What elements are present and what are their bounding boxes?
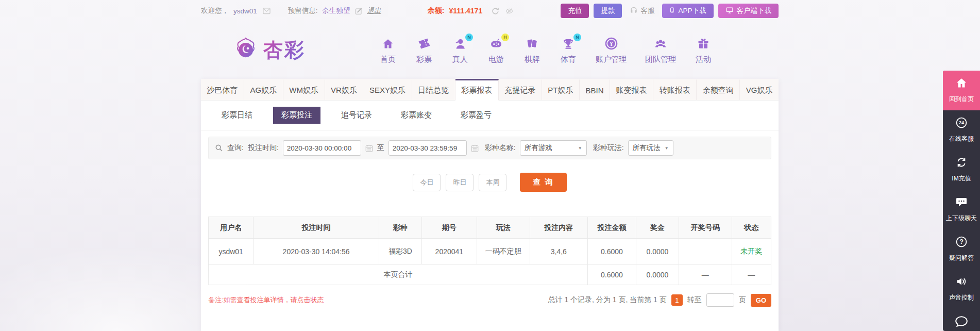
nav-item-board[interactable]: 棋牌 xyxy=(523,37,541,64)
tab-7[interactable]: 充提记录 xyxy=(499,79,542,101)
sidebar-item-label: 回到首页 xyxy=(949,95,974,104)
tab-13[interactable]: VG娱乐 xyxy=(740,79,779,101)
app-download-button[interactable]: APP下载 xyxy=(662,4,713,18)
week-button[interactable]: 本周 xyxy=(479,174,506,191)
page: 欢迎您， ysdw01 预留信息: 余生独望 退出 余额: ¥111.4171 xyxy=(0,0,980,331)
subtab-0[interactable]: 彩票日结 xyxy=(213,107,261,124)
col-header-7: 奖金 xyxy=(636,217,679,239)
logout-link[interactable]: 退出 xyxy=(367,6,381,15)
table-body: ysdw012020-03-30 14:04:56福彩3D2020041一码不定… xyxy=(209,239,771,264)
person-icon: N xyxy=(451,37,469,51)
game-select[interactable]: 所有游戏 ▼ xyxy=(520,140,587,156)
sidebar-item-updown-chat[interactable]: 上下级聊天 xyxy=(943,190,980,229)
sidebar-item-label: 疑问解答 xyxy=(949,254,974,262)
question-icon: ? xyxy=(955,236,968,250)
query-button[interactable]: 查 询 xyxy=(520,173,566,192)
headset-icon xyxy=(630,6,638,16)
chevron-down-icon: ▼ xyxy=(665,146,669,151)
nav-item-label: 真人 xyxy=(452,55,468,64)
sidebar-item-online-service[interactable]: 24在线客服 xyxy=(943,110,980,150)
nav-item-home[interactable]: 首页 xyxy=(379,37,397,64)
gift-icon xyxy=(695,37,712,51)
nav-item-lottery[interactable]: 彩票 xyxy=(415,37,433,64)
nav-item-label: 电游 xyxy=(488,55,504,64)
tab-3[interactable]: VR娱乐 xyxy=(325,79,364,101)
tab-11[interactable]: 转账报表 xyxy=(653,79,697,101)
bet-time-label: 投注时间: xyxy=(248,143,279,153)
yesterday-button[interactable]: 昨日 xyxy=(446,174,474,191)
tab-12[interactable]: 余额查询 xyxy=(697,79,740,101)
nav-item-label: 彩票 xyxy=(416,55,432,64)
tab-6[interactable]: 彩票报表 xyxy=(455,79,499,101)
withdraw-button[interactable]: 提款 xyxy=(594,4,622,18)
phone-icon xyxy=(669,6,675,15)
table-cell: 0.6000 xyxy=(587,239,636,264)
pagination-summary: 总计 1 个记录, 分为 1 页, 当前第 1 页 xyxy=(548,295,667,305)
table-header-row: 用户名投注时间彩种期号玩法投注内容投注金额奖金开奖号码状态 xyxy=(209,217,771,239)
time-from-input[interactable] xyxy=(283,140,361,156)
to-label: 至 xyxy=(377,143,384,153)
status-link[interactable]: 未开奖 xyxy=(740,247,762,255)
calendar-to-icon[interactable] xyxy=(471,144,479,152)
tab-2[interactable]: WM娱乐 xyxy=(283,79,325,101)
page-1-button[interactable]: 1 xyxy=(671,294,683,306)
site-logo[interactable]: 杏彩 xyxy=(232,36,306,65)
today-button[interactable]: 今日 xyxy=(413,174,441,191)
play-select[interactable]: 所有玩法 ▼ xyxy=(628,140,673,156)
refresh-balance-icon[interactable] xyxy=(491,7,500,15)
search-label: 查询: xyxy=(227,143,244,153)
sidebar-item-label: IM充值 xyxy=(952,174,971,183)
float-sidebar: 回到首页 24在线客服 IM充值 上下级聊天 ?疑问解答 声音控制 xyxy=(943,71,980,331)
tab-5[interactable]: 日结总览 xyxy=(412,79,455,101)
nav-item-promo[interactable]: 活动 xyxy=(695,37,712,64)
calendar-from-icon[interactable] xyxy=(365,144,373,152)
subtab-4[interactable]: 彩票盈亏 xyxy=(452,107,500,124)
nav-item-label: 账户管理 xyxy=(596,55,627,64)
sidebar-item-label: 在线客服 xyxy=(949,135,974,143)
recharge-button[interactable]: 充值 xyxy=(561,4,589,18)
chat-icon xyxy=(955,196,968,210)
edit-icon[interactable] xyxy=(355,7,363,15)
nav-item-account[interactable]: ¥ 账户管理 xyxy=(596,37,627,64)
sidebar-item-im-recharge[interactable]: IM充值 xyxy=(943,150,980,190)
nav-item-sports[interactable]: N 体育 xyxy=(560,37,577,64)
subtab-3[interactable]: 彩票账变 xyxy=(393,107,440,124)
tab-0[interactable]: 沙巴体育 xyxy=(201,79,244,101)
client-download-label: 客户端下载 xyxy=(737,6,772,15)
table-cell: 2020-03-30 14:04:56 xyxy=(254,239,379,264)
hide-balance-icon[interactable] xyxy=(504,7,514,15)
main-nav: 首页 彩票 N 真人 H 电游 棋牌 N 体育 ¥ 账户管理 团队管理 活动 xyxy=(313,37,779,64)
svg-text:?: ? xyxy=(959,238,964,245)
status-cell: 未开奖 xyxy=(732,239,771,264)
nav-item-live[interactable]: N 真人 xyxy=(451,37,469,64)
nav-item-label: 体育 xyxy=(561,55,576,64)
sidebar-item-chat-bubble[interactable] xyxy=(943,309,980,331)
tab-9[interactable]: BBIN xyxy=(580,79,610,101)
cards-icon xyxy=(523,37,541,51)
tab-4[interactable]: SEXY娱乐 xyxy=(363,79,412,101)
tab-1[interactable]: AG娱乐 xyxy=(244,79,283,101)
tab-8[interactable]: PT娱乐 xyxy=(542,79,580,101)
table-footer-row: 备注:如需查看投注单详情，请点击状态 总计 1 个记录, 分为 1 页, 当前第… xyxy=(208,293,771,307)
col-header-8: 开奖号码 xyxy=(679,217,732,239)
mail-icon[interactable] xyxy=(262,7,272,15)
bubble-icon xyxy=(955,315,968,330)
sidebar-item-label: 上下级聊天 xyxy=(946,214,977,223)
subtab-2[interactable]: 追号记录 xyxy=(333,107,380,124)
goto-page-input[interactable] xyxy=(706,293,734,307)
client-download-button[interactable]: 客户端下载 xyxy=(718,4,779,18)
nav-item-team[interactable]: 团队管理 xyxy=(645,37,676,64)
time-to-input[interactable] xyxy=(388,140,467,156)
sidebar-item-faq[interactable]: ?疑问解答 xyxy=(943,229,980,269)
go-button[interactable]: GO xyxy=(751,294,771,307)
sidebar-item-sound-control[interactable]: 声音控制 xyxy=(943,269,980,309)
nav-badge-n: N xyxy=(465,34,473,41)
nav-item-label: 团队管理 xyxy=(645,55,676,64)
balance-label: 余额: xyxy=(428,6,445,15)
customer-service-link[interactable]: 客服 xyxy=(630,6,654,16)
subtab-1[interactable]: 彩票投注 xyxy=(273,107,320,124)
table-cell xyxy=(679,239,732,264)
nav-item-egame[interactable]: H 电游 xyxy=(487,37,505,64)
tab-10[interactable]: 账变报表 xyxy=(610,79,653,101)
sidebar-item-back-home[interactable]: 回到首页 xyxy=(943,71,980,110)
